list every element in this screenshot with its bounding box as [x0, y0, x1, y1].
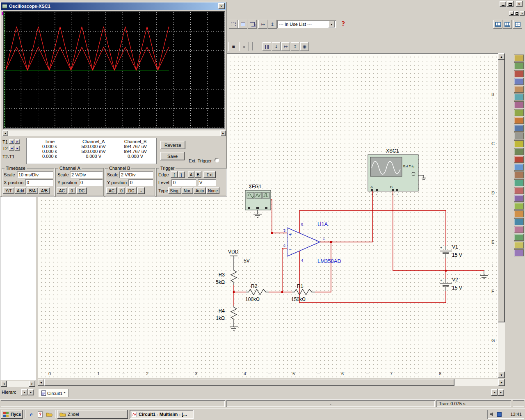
- ba-button[interactable]: B/A: [27, 187, 38, 194]
- channel-b-dc-button[interactable]: DC: [126, 187, 137, 194]
- zoom-area-button[interactable]: [229, 20, 238, 29]
- component-toolbar-icon[interactable]: [514, 226, 524, 233]
- component-toolbar-icon[interactable]: [514, 70, 524, 77]
- component-toolbar-icon[interactable]: [514, 164, 524, 171]
- child-minimize-button[interactable]: [509, 11, 514, 16]
- channel-a-scale-field[interactable]: 2 V/Div: [70, 171, 103, 178]
- start-button[interactable]: Пуск: [1, 410, 23, 419]
- component-toolbar-icon[interactable]: [514, 117, 524, 124]
- trigger-a-button[interactable]: A: [188, 171, 194, 178]
- step-into-button[interactable]: ↧: [272, 42, 281, 51]
- channel-b-scale-field[interactable]: 2 V/Div: [119, 171, 153, 178]
- edge-falling-button[interactable]: ʃ: [178, 171, 185, 178]
- component-toolbar-icon[interactable]: [514, 203, 524, 210]
- volume-icon[interactable]: [490, 412, 495, 417]
- component-toolbar-icon[interactable]: [514, 132, 524, 139]
- child-close-button[interactable]: ×: [520, 11, 525, 16]
- channel-a-zero-button[interactable]: 0: [68, 187, 75, 194]
- channel-a-dc-button[interactable]: DC: [76, 187, 87, 194]
- tab-circuit1[interactable]: Circuit1 *: [39, 389, 68, 397]
- reverse-button[interactable]: Reverse: [160, 141, 185, 149]
- yt-button[interactable]: Y/T: [3, 187, 14, 194]
- canvas-vscrollbar[interactable]: ▲ ▼: [498, 53, 505, 378]
- trigger-b-button[interactable]: B: [195, 171, 201, 178]
- step-out-button[interactable]: ↥: [291, 42, 299, 51]
- sheet-scroll-right-button[interactable]: ►: [498, 389, 504, 396]
- scroll-right-button[interactable]: ►: [220, 130, 226, 136]
- hscroll-thumb[interactable]: [44, 379, 454, 386]
- channel-b-ypos-field[interactable]: 0: [128, 179, 153, 186]
- scroll-right-button[interactable]: ►: [498, 379, 505, 386]
- taskbar-window-multisim[interactable]: Circuit1 - Multisim - [...: [130, 410, 194, 419]
- component-toolbar-icon[interactable]: [514, 109, 524, 116]
- component-toolbar-icon[interactable]: [514, 55, 524, 62]
- taskbar-window-zdel[interactable]: Z:\del: [57, 410, 128, 419]
- channel-b-ac-button[interactable]: AC: [106, 187, 117, 194]
- save-button[interactable]: Save: [160, 152, 185, 160]
- channel-b-zero-button[interactable]: 0: [118, 187, 125, 194]
- trigger-none-button[interactable]: None: [206, 187, 219, 194]
- component-toolbar-icon[interactable]: [514, 179, 524, 186]
- trigger-nor-button[interactable]: Nor.: [182, 187, 193, 194]
- import-button[interactable]: ↦: [258, 20, 267, 29]
- channel-a-ac-button[interactable]: AC: [57, 187, 67, 194]
- t2-left-button[interactable]: ◄: [9, 146, 14, 151]
- scroll-down-button[interactable]: ▼: [498, 372, 505, 378]
- channel-a-ypos-field[interactable]: 0: [79, 179, 103, 186]
- in-use-list-dropdown[interactable]: --- In Use List --- ▼: [277, 20, 336, 28]
- component-toolbar-icon[interactable]: [514, 101, 524, 108]
- channel-b-minus-button[interactable]: -: [137, 187, 145, 194]
- tab-scroll-right-button[interactable]: ►: [28, 389, 34, 395]
- trigger-level-field[interactable]: 0: [171, 179, 196, 186]
- component-toolbar-icon[interactable]: [514, 156, 524, 163]
- t1-left-button[interactable]: ◄: [9, 139, 14, 144]
- scroll-up-button[interactable]: ▲: [498, 53, 505, 60]
- toolbox-hscrollbar[interactable]: ◄ ►: [1, 381, 35, 387]
- breakpoint-button[interactable]: ◉: [300, 42, 309, 51]
- add-button[interactable]: Add: [15, 187, 26, 194]
- quicklaunch-help-button[interactable]: ?: [36, 410, 44, 418]
- trigger-auto-button[interactable]: Auto: [194, 187, 206, 194]
- component-toolbar-icon[interactable]: [514, 195, 524, 202]
- oscilloscope-titlebar[interactable]: Oscilloscope-XSC1 ×: [1, 2, 226, 10]
- stop-simulation-button[interactable]: ■: [228, 42, 238, 51]
- help-button[interactable]: ?: [339, 19, 348, 29]
- table-toolbar-button[interactable]: [503, 20, 512, 29]
- component-toolbar-icon[interactable]: [514, 148, 524, 155]
- t1-right-button[interactable]: ►: [15, 139, 20, 144]
- scroll-left-button[interactable]: ◄: [38, 379, 44, 386]
- component-toolbar-icon[interactable]: [514, 242, 524, 249]
- tab-scroll-left-button[interactable]: ◄: [21, 389, 27, 395]
- close-button[interactable]: ×: [218, 3, 225, 9]
- ext-trigger-radio[interactable]: [215, 158, 219, 162]
- close-button[interactable]: ×: [516, 1, 523, 7]
- component-toolbar-icon[interactable]: [514, 234, 524, 241]
- trigger-ext-button[interactable]: Ext: [203, 171, 216, 178]
- canvas-hscrollbar[interactable]: ◄ ►: [38, 379, 505, 386]
- component-toolbar-icon[interactable]: [514, 125, 524, 132]
- copy-sheet-button[interactable]: [248, 20, 257, 29]
- step-over-button[interactable]: ↦: [281, 42, 290, 51]
- t2-right-button[interactable]: ►: [15, 146, 20, 151]
- component-toolbar-icon[interactable]: [514, 171, 524, 178]
- timebase-scale-field[interactable]: 10 ms/Div: [17, 171, 53, 178]
- component-toolbar-icon[interactable]: [514, 140, 524, 147]
- scope-hscrollbar[interactable]: ◄ ►: [2, 130, 226, 136]
- select-button[interactable]: [238, 20, 247, 29]
- scroll-left-button[interactable]: ◄: [1, 381, 7, 387]
- edge-rising-button[interactable]: ʃ: [171, 171, 178, 178]
- scroll-left-button[interactable]: ◄: [2, 130, 8, 136]
- component-toolbar-icon[interactable]: [514, 86, 524, 93]
- tray-app-icon[interactable]: [497, 412, 502, 417]
- component-toolbar-icon[interactable]: [514, 78, 524, 85]
- sheet-scroll-left-button[interactable]: ◄: [491, 389, 498, 396]
- child-restore-button[interactable]: [514, 11, 519, 16]
- component-toolbar-icon[interactable]: [514, 210, 524, 217]
- component-toolbar-icon[interactable]: [514, 187, 524, 194]
- logic-toolbar-button[interactable]: [513, 20, 522, 29]
- grid-toolbar-button[interactable]: [493, 20, 502, 29]
- quicklaunch-folder-button[interactable]: [45, 410, 53, 418]
- restore-button[interactable]: [507, 1, 514, 7]
- record-button[interactable]: ●: [239, 42, 249, 51]
- component-toolbar-icon[interactable]: [514, 62, 524, 69]
